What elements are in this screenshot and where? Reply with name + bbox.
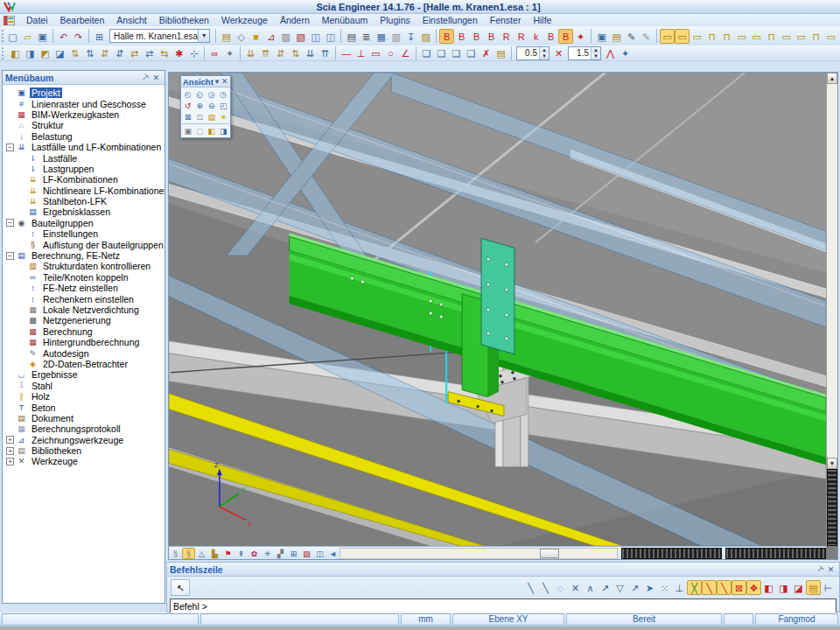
snap-endpoint-1-icon[interactable]: ╲ xyxy=(702,580,717,595)
zoom-in-icon[interactable]: ⊕ xyxy=(194,100,206,111)
ortho-icon[interactable]: ⊥ xyxy=(672,580,687,595)
visibility-tool-2-icon[interactable]: ⇅ xyxy=(82,46,97,60)
save-view-icon[interactable]: ▣ xyxy=(594,29,609,44)
tile-windows-icon[interactable]: ◫ xyxy=(308,29,323,44)
zoom-window-icon[interactable]: ◰ xyxy=(218,100,229,111)
tree-item-teile-knoten-koppeln[interactable]: ∞Teile/Knoten koppeln xyxy=(6,272,164,283)
surface-1-icon[interactable]: ▞ xyxy=(274,548,287,559)
layer-tool-1-icon[interactable]: ⇄ xyxy=(127,46,142,60)
couple-tool-3-icon[interactable]: ⇵ xyxy=(273,46,288,60)
activity-tool-2-icon[interactable]: ⊹ xyxy=(186,46,201,60)
menu-fenster[interactable]: Fenster xyxy=(484,15,528,25)
tree-item-linienraster-und-geschosse[interactable]: #Linienraster und Geschosse xyxy=(6,98,164,108)
view-params-2-icon[interactable]: ▢ xyxy=(194,125,206,136)
chevron-down-icon[interactable]: ▾ xyxy=(214,77,221,86)
snap-cross-icon[interactable]: ✕ xyxy=(568,580,583,595)
tree-item-bibliotheken[interactable]: +▤Bibliotheken xyxy=(6,445,164,456)
zoom-selection-icon[interactable]: ⊡ xyxy=(194,111,206,122)
snap-intersection-icon[interactable]: ⊠ xyxy=(732,580,746,595)
tree-item-ergebnisse[interactable]: ◡Ergebnisse xyxy=(6,369,164,380)
close-icon[interactable]: ✕ xyxy=(825,565,836,574)
vertical-scroll-track[interactable] xyxy=(827,84,837,458)
tree-item-struktur[interactable]: ⌂Struktur xyxy=(6,120,164,130)
collapse-icon[interactable]: − xyxy=(6,219,14,227)
open-folder-icon[interactable]: ▱ xyxy=(20,29,35,44)
scroll-down-icon[interactable]: ▼ xyxy=(827,458,837,469)
spinner-down-icon[interactable]: ▼ xyxy=(540,53,549,60)
export-doc-icon[interactable]: ▤ xyxy=(609,29,624,44)
clip-plane-2-icon[interactable]: § xyxy=(182,548,195,559)
layer-tool-3-icon[interactable]: ⇆ xyxy=(157,46,172,60)
render-mode-icon[interactable]: ▙ xyxy=(208,548,221,559)
tree-item-berechnungsprotokoll[interactable]: ▦Berechnungsprotokoll xyxy=(6,424,164,434)
spinner-up-icon[interactable]: ▲ xyxy=(540,47,549,53)
cascade-windows-icon[interactable]: ◫ xyxy=(323,29,338,44)
project-data-icon[interactable]: ▤ xyxy=(219,29,234,44)
isometric-view-icon[interactable]: ◇ xyxy=(234,29,248,44)
pin-icon[interactable]: ⊤ xyxy=(814,565,825,574)
toolbar-grip[interactable] xyxy=(2,30,4,42)
rotate-wheel-horizontal-2[interactable] xyxy=(725,548,826,559)
window-tool-1-icon[interactable]: ❏ xyxy=(419,46,434,60)
window-tool-3-icon[interactable]: ❏ xyxy=(449,46,464,60)
view-direction-3-icon[interactable]: ◶ xyxy=(206,88,217,100)
view-direction-2-icon[interactable]: ◵ xyxy=(194,88,206,100)
expand-icon[interactable]: + xyxy=(6,436,14,444)
render-box-icon[interactable]: ■ xyxy=(248,29,263,44)
tree-item-bim-werkzeugkasten[interactable]: ▦BIM-Werkzeugkasten xyxy=(6,109,164,120)
menu--ndern[interactable]: Ändern xyxy=(274,15,316,25)
visibility-tool-1-icon[interactable]: ⇅ xyxy=(67,46,82,60)
snap-circle-icon[interactable]: ◌ xyxy=(553,580,568,595)
close-icon[interactable]: ✕ xyxy=(220,77,228,86)
dot-grid-icon[interactable]: ⁙ xyxy=(657,580,672,595)
snap-edge-3-icon[interactable]: ◪ xyxy=(791,580,806,595)
spinner-down-icon[interactable]: ▼ xyxy=(592,53,600,60)
member-box-icon[interactable]: ▥ xyxy=(278,29,293,44)
tree-item-lokale-netzverdichtung[interactable]: ▦Lokale Netzverdichtung xyxy=(6,304,164,315)
status-fangmod[interactable]: Fangmod xyxy=(755,613,838,626)
menu-hilfe[interactable]: Hilfe xyxy=(527,15,557,25)
tree-item-nichtlineare-lf-kombinationen[interactable]: ⇊Nichtlineare LF-Kombinationen xyxy=(6,186,164,196)
profile-lib-5-icon[interactable]: ⊓ xyxy=(719,29,734,44)
close-project-icon[interactable]: ⊞ xyxy=(92,29,107,44)
render-settings-icon[interactable]: ▤ xyxy=(206,111,217,122)
engineering-report-icon[interactable]: ▨ xyxy=(418,29,433,44)
toolbar-grip[interactable] xyxy=(2,47,6,60)
undo-icon[interactable]: ↶ xyxy=(56,29,71,44)
visibility-tool-3-icon[interactable]: ⇵ xyxy=(97,46,112,60)
print-icon[interactable]: ▤ xyxy=(344,29,359,44)
chevron-down-icon[interactable]: ▾ xyxy=(198,30,209,42)
connect-members-icon[interactable]: ∞ xyxy=(207,46,222,60)
snap-arrow-2-icon[interactable]: ↗ xyxy=(627,580,642,595)
steel-check-1-icon[interactable]: B xyxy=(439,29,454,44)
couple-tool-6-icon[interactable]: ⇈ xyxy=(318,46,332,60)
section-cut-icon[interactable]: ▧ xyxy=(293,29,308,44)
pin-icon[interactable]: ⊤ xyxy=(139,74,150,82)
tree-item-werkzeuge[interactable]: +✕Werkzeuge xyxy=(6,456,164,466)
surface-2-icon[interactable]: ⊞ xyxy=(287,548,300,559)
steel-check-3-icon[interactable]: B xyxy=(469,29,484,44)
rotate-wheel-horizontal-1[interactable] xyxy=(621,548,722,559)
scroll-up-icon[interactable]: ▲ xyxy=(827,73,837,84)
shading-icon[interactable]: △ xyxy=(195,548,208,559)
snap-edge-1-icon[interactable]: ◧ xyxy=(761,580,776,595)
angle-tool-icon[interactable]: ✕ xyxy=(551,46,566,60)
viewport-3d-scene[interactable]: Z Y X xyxy=(169,73,826,546)
select-tool-2-icon[interactable]: ◨ xyxy=(23,46,38,60)
annotate-1-icon[interactable]: ✎ xyxy=(624,29,639,44)
status-ebene-xy[interactable]: Ebene XY xyxy=(452,613,564,626)
snap-line-1-icon[interactable]: ╲ xyxy=(523,580,538,595)
tree-item-auflistung-der-bauteilgruppen[interactable]: §Auflistung der Bauteilgruppen xyxy=(6,239,164,249)
tree-item-zeichnungswerkzeuge[interactable]: +⊿Zeichnungswerkzeuge xyxy=(6,435,164,445)
user-view-icon[interactable]: ✦ xyxy=(222,46,237,60)
pattern-icon[interactable]: ◫ xyxy=(313,548,326,559)
print-preview-icon[interactable]: ≣ xyxy=(359,29,374,44)
steel-check-2-icon[interactable]: B xyxy=(454,29,469,44)
steel-check-7-icon[interactable]: B xyxy=(543,29,558,44)
grid-view-icon[interactable]: ▨ xyxy=(300,548,313,559)
flag-icon[interactable]: ⚑ xyxy=(221,548,234,559)
tree-item-lf-kombinationen[interactable]: ⇊LF-Kombinationen xyxy=(6,174,164,185)
rotate-wheel-vertical[interactable] xyxy=(827,469,837,546)
profile-lib-6-icon[interactable]: ▭ xyxy=(734,29,749,44)
visibility-tool-4-icon[interactable]: ⇵ xyxy=(112,46,127,60)
